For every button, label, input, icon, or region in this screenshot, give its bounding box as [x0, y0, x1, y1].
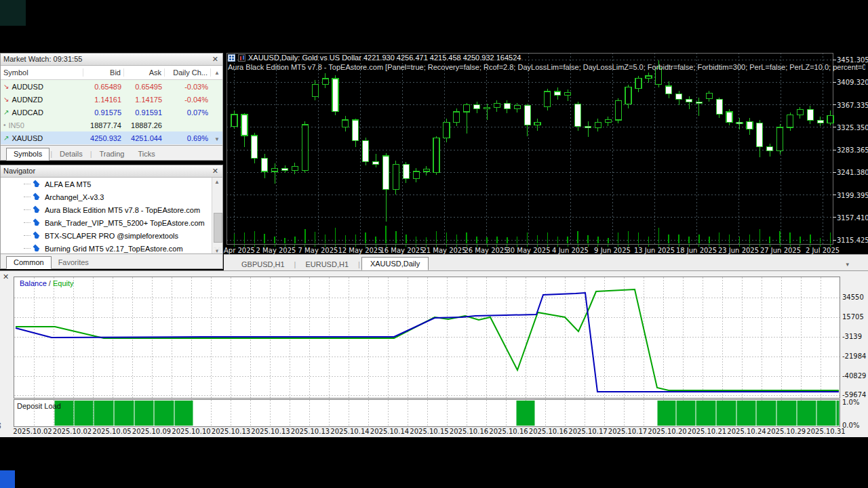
navigator-item[interactable]: ALFA EA MT5 [1, 178, 222, 190]
deposit-load-graph[interactable]: Deposit Load [14, 399, 840, 427]
chart-title: XAUUSD,Daily: Gold vs US Dollar 4221.930… [248, 54, 521, 62]
table-row[interactable]: ↗XAUUSD4250.9324251.0440.69% [1, 131, 222, 144]
tester-axis-label: -3139 [842, 333, 862, 340]
bid-cell: 4250.932 [83, 134, 124, 142]
table-row[interactable]: •IN5018877.7418887.26 [1, 119, 222, 131]
daily-change-cell: -0.03% [165, 83, 211, 91]
tester-panel-label[interactable]: Strategy Tester [0, 399, 1, 438]
tester-date-label: 2025.10.24 [727, 428, 766, 435]
bid-cell: 1.14161 [83, 96, 124, 104]
tester-date-label: 2025.10.02 [53, 428, 92, 435]
table-row[interactable]: ↘AUDNZD1.141611.14175-0.04% [1, 93, 222, 106]
tree-connector [24, 248, 31, 249]
ask-cell: 0.65495 [124, 83, 165, 91]
bid-cell: 0.65489 [83, 83, 124, 91]
tester-date-label: 2025.10.14 [370, 428, 409, 435]
market-watch-tabs: Symbols|Details|TradingTicks [1, 145, 222, 160]
scroll-up-icon[interactable]: ▲ [214, 70, 220, 76]
deposit-max-label: 1.0% [842, 399, 859, 406]
price-axis-label: 3157.410 [837, 214, 868, 221]
tester-date-label: 2025.10.21 [688, 428, 726, 435]
date-axis-label: 30 May 2025 [506, 247, 550, 254]
tester-date-label: 2025.10.20 [648, 428, 686, 435]
market-watch-titlebar[interactable]: Market Watch: 09:31:55 ✕ [1, 54, 222, 66]
daily-change-cell: 0.69% [165, 134, 211, 142]
navigator-item[interactable]: Archangel_X-v3.3 [1, 190, 222, 203]
ask-cell: 1.14175 [124, 96, 165, 104]
price-chart[interactable]: XAUUSD,Daily: Gold vs US Dollar 4221.930… [224, 53, 868, 254]
date-axis-label: 7 May 2025 [298, 247, 338, 254]
table-row[interactable]: ↘AUDUSD0.654890.65495-0.03% [1, 80, 222, 93]
desktop-icon-bottom [0, 470, 15, 488]
price-axis-label: 3367.335 [837, 101, 868, 108]
column-header[interactable]: Bid [83, 68, 124, 77]
tab-trading[interactable]: Trading [93, 148, 132, 160]
column-header[interactable]: Symbol [1, 68, 83, 77]
expert-advisor-icon [32, 219, 41, 226]
tester-axis-label: -40829 [842, 372, 866, 380]
tester-date-label: 2025.10.15 [410, 428, 448, 435]
column-header[interactable]: Ask [124, 68, 165, 77]
close-icon[interactable]: ✕ [1, 273, 10, 281]
bid-cell: 0.91575 [83, 108, 124, 117]
table-row[interactable]: ↗AUDCAD0.915750.915910.07% [1, 106, 222, 119]
price-axis-label: 3115.425 [837, 237, 868, 244]
tester-axis-label: -59674 [842, 391, 866, 399]
chevron-down-icon[interactable]: ▾ [846, 261, 849, 268]
market-watch-rows: ↘AUDUSD0.654890.65495-0.03%↘AUDNZD1.1416… [1, 80, 222, 144]
navigator-item-label: Burning Grid MT5 v2.17_TopEAstore.com [45, 245, 183, 253]
tester-axis-label: 15705 [842, 313, 864, 321]
market-watch-header[interactable]: SymbolBidAskDaily Ch... [1, 66, 222, 80]
scroll-down-icon[interactable]: ▼ [214, 136, 220, 142]
symbol-cell: •IN50 [1, 121, 83, 129]
tab-common[interactable]: Common [6, 256, 52, 269]
date-axis-label: 27 Jun 2025 [760, 247, 801, 254]
close-icon[interactable]: ✕ [211, 56, 220, 63]
ask-cell: 18887.26 [124, 121, 165, 129]
tester-date-label: 2025.10.13 [212, 428, 250, 435]
candles-icon [238, 54, 245, 62]
balance-equity-graph[interactable]: Balance / Equity [14, 277, 840, 399]
scrollbar-thumb[interactable] [214, 213, 222, 243]
symbol-name: IN50 [9, 121, 24, 129]
tester-date-label: 2025.10.10 [172, 428, 210, 435]
tab-favorites[interactable]: Favorites [52, 257, 96, 268]
symbol-name: AUDUSD [12, 83, 43, 91]
candlestick-chart [224, 53, 868, 254]
symbol-cell: ↗XAUUSD [1, 134, 83, 142]
close-icon[interactable]: ✕ [211, 167, 220, 175]
scroll-up-icon[interactable]: ▲ [214, 179, 220, 185]
tester-date-label: 2025.10.29 [767, 428, 806, 435]
date-axis-label: 23 Jun 2025 [718, 247, 759, 254]
ask-cell: 0.91591 [124, 108, 165, 117]
flat-trend-icon: • [3, 121, 6, 129]
date-axis-label: 13 Jun 2025 [634, 247, 675, 254]
date-axis-label: 28 Apr 2025 [213, 247, 255, 254]
deposit-load-label: Deposit Load [17, 402, 61, 410]
tester-date-label: 2025.10.16 [450, 428, 488, 435]
down-trend-icon: ↘ [3, 83, 9, 90]
price-axis-label: 3283.365 [837, 146, 868, 154]
tester-date-label: 2025.10.13 [251, 428, 290, 435]
ask-cell: 4251.044 [124, 134, 165, 142]
tester-date-label: 2025.10.09 [132, 428, 171, 435]
tab-ticks[interactable]: Ticks [131, 148, 161, 160]
down-trend-icon: ↘ [3, 96, 9, 103]
date-axis-label: 4 Jun 2025 [552, 247, 589, 254]
chart-tabbar: ▾GBPUSD,H1|EURUSD,H1|XAUUSD,Daily [224, 254, 868, 270]
chart-tab-xauusd-daily[interactable]: XAUUSD,Daily [361, 257, 429, 270]
navigator-item[interactable]: Bank_Trader_VIP_MT5_5200+ TopEAstore.com [1, 216, 222, 229]
navigator-scrollbar[interactable]: ▲ ▼ [212, 178, 222, 256]
navigator-panel: Navigator ✕ ALFA EA MT5Archangel_X-v3.3A… [0, 165, 223, 269]
navigator-item-label: Aura Black Edition MT5 v7.8 - TopEAstore… [45, 206, 200, 214]
chart-tab-eurusd-h1[interactable]: EURUSD,H1 [297, 258, 357, 270]
navigator-titlebar[interactable]: Navigator ✕ [1, 165, 222, 178]
chart-tab-gbpusd-h1[interactable]: GBPUSD,H1 [233, 258, 293, 270]
tab-symbols[interactable]: Symbols [6, 148, 50, 161]
navigator-item[interactable]: BTX-SCLAPER PRO @simpleforextools [1, 229, 222, 242]
navigator-item[interactable]: Aura Black Edition MT5 v7.8 - TopEAstore… [1, 203, 222, 216]
expert-advisor-icon [32, 232, 41, 239]
date-axis-label: 16 May 2025 [380, 247, 424, 254]
tab-details[interactable]: Details [53, 148, 90, 160]
column-header[interactable]: Daily Ch... [165, 68, 211, 77]
